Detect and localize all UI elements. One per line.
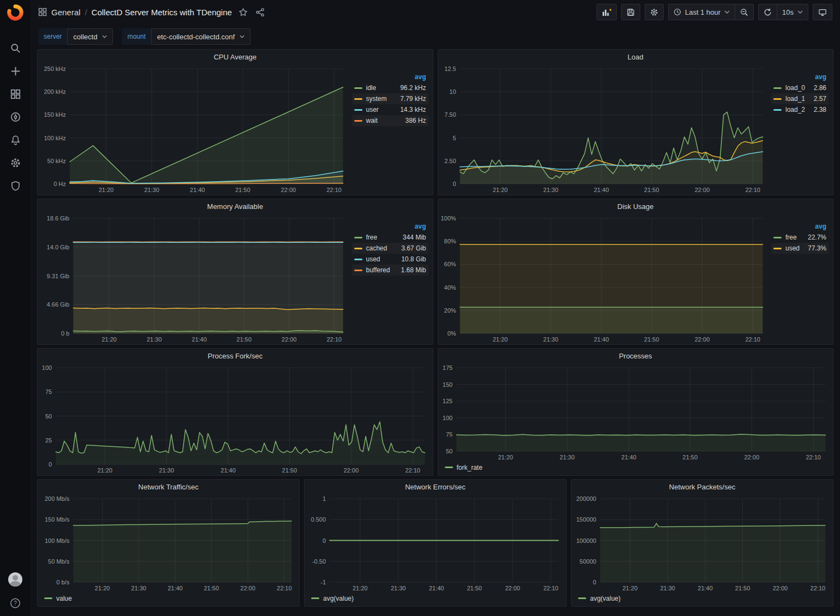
series-free [460,307,762,333]
processes-chart[interactable]: 507510012515017521:2021:3021:4021:5022:0… [438,363,833,462]
panel-title-network-packets[interactable]: Network Packets/sec [571,480,833,494]
explore-compass-icon[interactable] [10,111,21,122]
cpu-average-chart[interactable]: 0 Hz50 kHz100 kHz150 kHz200 kHz250 kHz21… [38,64,351,195]
process-fork-chart[interactable]: 025507510021:2021:3021:4021:5022:0022:10 [38,363,433,475]
network-packets-chart[interactable]: 05000010000015000020000021:2021:3021:402… [571,494,833,593]
svg-text:50: 50 [445,448,452,454]
series-name[interactable]: cached [366,244,388,252]
panel-process-fork: Process Fork/sec 025507510021:2021:3021:… [37,348,433,476]
network-errors-chart[interactable]: -1-0.5000.500121:2021:3021:4021:5022:002… [305,494,566,593]
zoom-out-time-button[interactable] [735,4,754,20]
legend-item-system[interactable]: system7.79 kHz [352,93,428,104]
panel-title-cpu-average[interactable]: CPU Average [38,50,433,64]
variable-server-dropdown[interactable]: collectd [67,28,113,45]
variable-mount-dropdown[interactable]: etc-collectd-collectd.conf [151,28,251,45]
time-controls: Last 1 hour [668,4,754,20]
svg-text:21:40: 21:40 [593,187,609,193]
panel-title-network-traffic[interactable]: Network Traffic/sec [38,480,299,494]
series-name[interactable]: used [366,255,380,263]
svg-text:22:10: 22:10 [326,187,342,193]
series-color-dash [354,98,362,100]
svg-text:22:00: 22:00 [505,585,520,591]
series-name[interactable]: fork_rate [457,464,482,471]
svg-text:0%: 0% [447,330,456,337]
series-name[interactable]: system [366,95,387,103]
series-avg-value: 77.3% [808,244,826,252]
load-chart[interactable]: 02.5057.501012.521:2021:3021:4021:5022:0… [438,64,771,195]
legend-item-used[interactable]: used10.8 Gib [352,254,428,265]
svg-text:10: 10 [449,88,456,95]
share-dashboard-button[interactable] [254,7,266,18]
legend-item-buffered[interactable]: buffered1.68 Mib [352,265,428,276]
search-icon[interactable] [10,43,21,53]
series-name[interactable]: user [366,106,379,113]
network-traffic-chart[interactable]: 0 b/s50 Mb/s100 Mb/s150 Mb/s200 Mb/s21:2… [38,494,299,593]
series-name[interactable]: wait [366,117,378,124]
legend-item-load_2[interactable]: load_22.38 [771,104,829,115]
star-dashboard-button[interactable] [237,7,249,18]
panel-title-process-fork[interactable]: Process Fork/sec [38,349,433,363]
series-name[interactable]: free [785,234,797,241]
refresh-interval-dropdown[interactable]: 10s [777,4,808,20]
configuration-gear-icon[interactable] [10,157,21,168]
svg-text:21:50: 21:50 [644,336,659,343]
series-name[interactable]: buffered [366,266,390,274]
svg-text:0 Hz: 0 Hz [53,181,66,187]
save-dashboard-button[interactable] [621,4,640,20]
legend-item-idle[interactable]: idle96.2 kHz [352,82,428,93]
dashboard-settings-button[interactable] [645,4,664,20]
svg-text:100 kHz: 100 kHz [44,135,65,141]
breadcrumb-folder[interactable]: General [51,8,80,17]
legend-item-wait[interactable]: wait386 Hz [352,115,428,126]
legend-item-user[interactable]: user14.3 kHz [352,104,428,115]
legend-item-load_1[interactable]: load_12.57 [771,93,829,104]
series-name[interactable]: avg(value) [323,595,354,602]
panel-title-disk-usage[interactable]: Disk Usage [438,199,833,213]
series-name[interactable]: value [56,595,72,602]
series-name[interactable]: load_0 [785,84,805,92]
series-name[interactable]: used [785,244,800,252]
series-name[interactable]: load_1 [785,95,805,103]
svg-text:21:30: 21:30 [131,585,146,591]
legend-item-load_0[interactable]: load_02.86 [771,82,829,93]
svg-text:22:10: 22:10 [745,336,760,343]
dashboard-title[interactable]: CollectD Server Metrics with TDengine [92,8,232,17]
processes-legend[interactable]: fork_rate [438,462,833,475]
network-packets-legend[interactable]: avg(value) [571,593,833,606]
server-admin-shield-icon[interactable] [10,180,21,191]
add-panel-button[interactable] [597,4,617,20]
panel-title-load[interactable]: Load [438,50,833,64]
alerting-bell-icon[interactable] [10,134,21,145]
svg-text:21:20: 21:20 [95,585,110,591]
memory-available-chart[interactable]: 0 b4.66 Gib9.31 Gib14.0 Gib18.6 Gib21:20… [38,213,351,344]
grafana-logo[interactable] [7,4,23,21]
network-errors-legend[interactable]: avg(value) [305,593,566,606]
legend-item-used[interactable]: used77.3% [771,243,829,254]
disk-usage-chart[interactable]: 0%20%40%60%80%100%21:2021:3021:4021:5022… [438,213,771,344]
series-name[interactable]: load_2 [785,106,805,113]
network-traffic-legend[interactable]: value [38,593,299,606]
panel-title-memory-available[interactable]: Memory Available [38,199,433,213]
dashboards-icon[interactable] [10,88,21,99]
svg-text:22:00: 22:00 [240,585,255,591]
panel-title-network-errors[interactable]: Network Errors/sec [305,480,566,494]
svg-text:21:30: 21:30 [543,187,558,193]
panel-load: Load 02.5057.501012.521:2021:3021:4021:5… [438,49,834,195]
series-name[interactable]: avg(value) [590,595,621,602]
help-icon[interactable]: ? [10,597,21,608]
panel-title-processes[interactable]: Processes [438,349,833,363]
cycle-view-mode-button[interactable] [813,4,832,20]
legend-item-free[interactable]: free344 Mib [352,232,428,243]
create-plus-icon[interactable] [10,65,21,76]
legend-item-free[interactable]: free22.7% [771,232,829,243]
svg-text:21:20: 21:20 [97,467,112,474]
dashboard-grid-icon [38,8,47,16]
svg-text:100 Mb/s: 100 Mb/s [45,537,70,544]
legend-item-cached[interactable]: cached3.67 Gib [352,243,428,254]
time-range-picker[interactable]: Last 1 hour [668,4,735,20]
series-name[interactable]: free [366,234,378,241]
refresh-button[interactable] [758,4,777,20]
series-name[interactable]: idle [366,84,377,92]
series-color-dash [354,270,362,271]
user-avatar[interactable] [8,572,22,587]
